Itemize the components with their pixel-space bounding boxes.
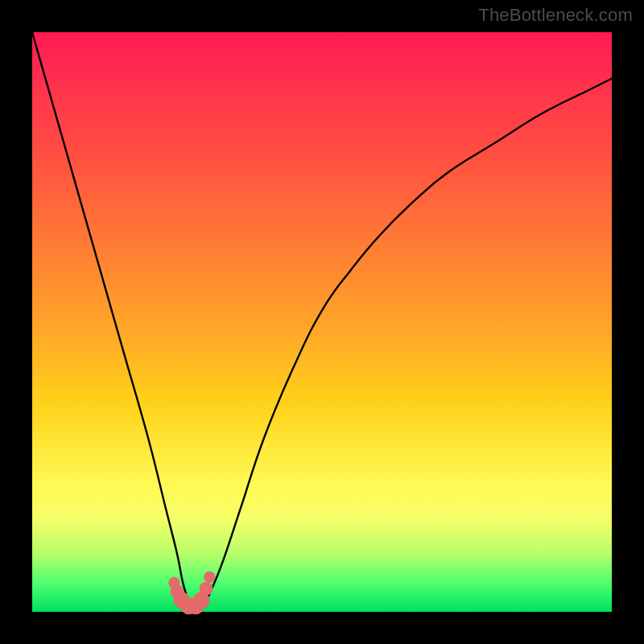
trough-marker (204, 572, 215, 583)
trough-markers (168, 572, 215, 615)
bottleneck-curve (32, 32, 612, 607)
chart-frame: TheBottleneck.com (0, 0, 644, 644)
chart-svg (32, 32, 612, 612)
watermark-text: TheBottleneck.com (478, 5, 633, 26)
trough-marker (200, 582, 213, 596)
plot-area (32, 32, 612, 612)
